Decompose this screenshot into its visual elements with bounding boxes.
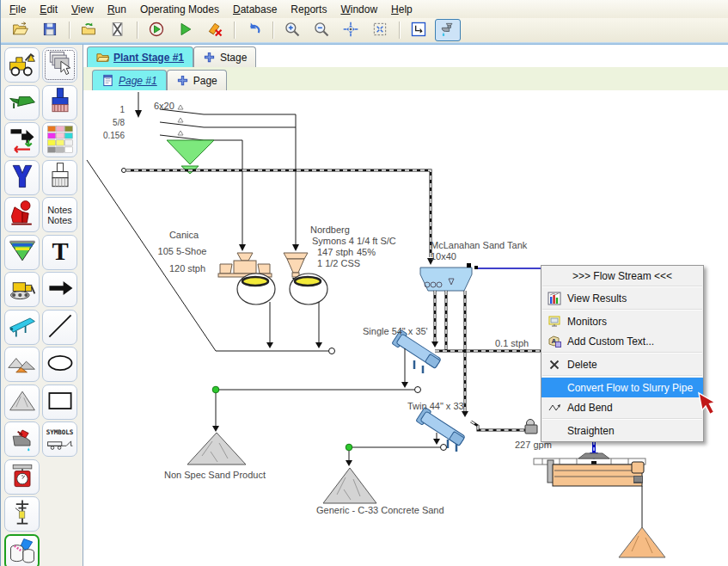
tool-conveyor-button[interactable] xyxy=(4,310,40,345)
zoom-fit-button[interactable] xyxy=(367,19,393,41)
context-menu-item-delete[interactable]: Delete xyxy=(541,354,703,374)
screen-6x20[interactable] xyxy=(160,105,296,174)
menubar-item-reports[interactable]: Reports xyxy=(284,2,333,17)
tool-ellipse-button[interactable] xyxy=(42,347,77,382)
run-button[interactable] xyxy=(173,19,199,41)
tool-paint-button[interactable] xyxy=(42,85,77,120)
tool-valve-button[interactable] xyxy=(4,421,40,457)
water-tool-button[interactable] xyxy=(435,19,461,41)
menubar-item-help[interactable]: Help xyxy=(384,2,419,17)
tool-paint-outline-button[interactable] xyxy=(42,160,77,195)
context-menu-item-add-custom-text[interactable]: AAdd Custom Text... xyxy=(541,331,703,351)
tool-notes-button[interactable]: NotesNotes xyxy=(42,197,77,232)
tab-add-page[interactable]: Page xyxy=(167,70,227,90)
label-pile2: Generic - C-33 Concrete Sand xyxy=(316,505,444,515)
nordberg-surge-bin[interactable] xyxy=(290,274,327,305)
paintbrush-blue-icon xyxy=(45,86,76,120)
undo-button[interactable] xyxy=(241,19,266,41)
context-menu-item-straighten[interactable]: Straighten xyxy=(541,421,703,440)
tool-wash-tank-button[interactable] xyxy=(4,534,40,566)
tool-symbols-button[interactable]: SYMBOLS xyxy=(42,421,77,457)
single-screw-sand-flow[interactable] xyxy=(401,348,408,388)
stockpile-orange[interactable] xyxy=(619,527,665,557)
flow-select-button[interactable] xyxy=(406,19,431,41)
line-tool-icon xyxy=(45,311,76,344)
deck-flow-lines[interactable] xyxy=(239,114,299,251)
menubar-item-window[interactable]: Window xyxy=(333,2,384,17)
context-menu-item-add-bend[interactable]: Add Bend xyxy=(541,397,703,417)
menu-bar: FileEditViewRunOperating ModesDatabaseRe… xyxy=(1,0,728,19)
menubar-item-edit[interactable]: Edit xyxy=(33,2,64,17)
run-plant-button[interactable] xyxy=(144,19,169,41)
tool-arrow-button[interactable] xyxy=(42,272,77,307)
tab-add-stage[interactable]: Stage xyxy=(193,46,256,67)
undo-icon xyxy=(245,21,262,40)
nordberg-crusher[interactable] xyxy=(284,253,308,277)
context-menu-item-monitors[interactable]: Monitors xyxy=(541,311,703,331)
context-menu: >>> Flow Stream <<<View ResultsMonitorsA… xyxy=(541,265,704,442)
zoom-out-button[interactable] xyxy=(309,19,334,41)
tool-select-button[interactable] xyxy=(42,47,77,83)
tool-dozer-button[interactable] xyxy=(4,272,40,307)
dewatering-screen[interactable] xyxy=(534,453,645,486)
tool-screen-button[interactable] xyxy=(4,235,40,270)
tool-feeder-button[interactable] xyxy=(4,85,40,120)
rect-tool-icon xyxy=(45,385,76,419)
stockpile-concrete-sand[interactable] xyxy=(323,468,376,503)
stockpile-non-spec[interactable] xyxy=(187,433,246,464)
sand-conveyor-2[interactable] xyxy=(346,444,447,466)
tank-discharge-pipes[interactable] xyxy=(431,291,541,417)
context-menu-item-view-results[interactable]: View Results xyxy=(541,288,703,308)
canica-crusher[interactable] xyxy=(218,253,272,277)
save-button[interactable] xyxy=(37,19,63,41)
tool-loader-button[interactable] xyxy=(4,47,40,83)
tool-pipe-stand-button[interactable] xyxy=(4,496,40,532)
stockpile-icon xyxy=(7,385,38,419)
tool-rectangle-button[interactable] xyxy=(42,385,77,420)
tool-splitter-button[interactable] xyxy=(4,160,40,195)
context-menu-item-convert-flow-to-slurry-pipe[interactable]: Convert Flow to Slurry Pipe xyxy=(541,378,703,397)
tab-page-1[interactable]: Page #1 xyxy=(92,70,167,90)
bin-flow-lines[interactable] xyxy=(266,302,322,348)
update-plant-button[interactable] xyxy=(76,19,101,41)
zoom-selection-button[interactable] xyxy=(338,19,364,41)
tool-stockpile-button[interactable] xyxy=(4,385,40,420)
menubar-item-view[interactable]: View xyxy=(64,2,101,17)
monitor-icon xyxy=(541,315,567,329)
notes-label: Notes xyxy=(47,215,72,225)
pump[interactable] xyxy=(525,420,537,434)
canica-surge-bin[interactable] xyxy=(237,274,275,305)
tool-crusher-button[interactable] xyxy=(4,197,40,232)
toolbar-separator xyxy=(272,22,273,39)
dozer-icon xyxy=(7,273,38,306)
tool-scale-button[interactable] xyxy=(4,459,40,495)
tool-colors-button[interactable] xyxy=(42,122,77,157)
clear-results-button[interactable] xyxy=(202,19,228,41)
tool-text-button[interactable]: T xyxy=(42,235,77,270)
overflow-pipe[interactable] xyxy=(471,421,525,430)
tool-line-button[interactable] xyxy=(42,310,77,345)
feed-flow-line[interactable] xyxy=(135,92,142,118)
zoom-in-button[interactable] xyxy=(279,19,305,41)
sand-conveyor-1[interactable] xyxy=(212,386,421,432)
pipe-stand-icon xyxy=(7,497,38,531)
delete-page-button[interactable] xyxy=(105,19,131,41)
label-nordberg-rate: 147 stph xyxy=(317,247,353,257)
menubar-item-database[interactable]: Database xyxy=(226,2,284,17)
label-tank-size: 10x40 xyxy=(431,251,456,261)
open-button[interactable] xyxy=(8,19,34,41)
label-nordberg-css: 1 1/2 CSS xyxy=(317,258,360,268)
splitter-icon xyxy=(7,161,38,194)
flow-select-icon xyxy=(410,21,427,40)
tool-stockpiles-button[interactable] xyxy=(4,347,40,382)
twin-screw-sand-flow[interactable] xyxy=(433,433,440,445)
valve-icon xyxy=(7,422,38,456)
menubar-item-operating-modes[interactable]: Operating Modes xyxy=(133,2,226,17)
sand-tank[interactable] xyxy=(420,263,478,291)
menubar-item-run[interactable]: Run xyxy=(101,2,133,17)
tab-plant-stage-1[interactable]: Plant Stage #1 xyxy=(87,46,193,67)
custom-text-icon: A xyxy=(541,335,567,348)
context-menu-item-label: Straighten xyxy=(567,425,615,437)
menubar-item-file[interactable]: File xyxy=(3,2,33,17)
tool-flows-button[interactable] xyxy=(4,122,40,157)
